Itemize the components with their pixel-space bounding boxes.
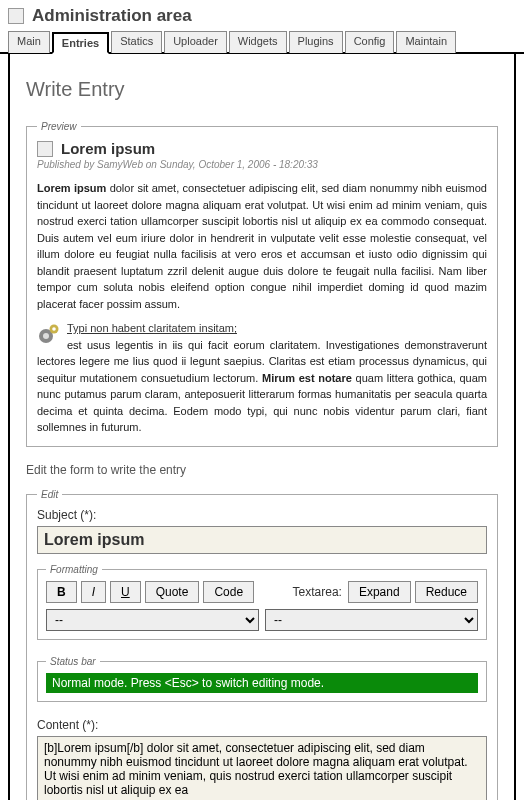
app-header: Administration area bbox=[0, 0, 524, 30]
subject-label: Subject (*): bbox=[37, 508, 487, 522]
preview-body: Lorem ipsum dolor sit amet, consectetuer… bbox=[37, 180, 487, 436]
tab-statics[interactable]: Statics bbox=[111, 31, 162, 53]
page-title: Write Entry bbox=[26, 78, 498, 101]
italic-button[interactable]: I bbox=[81, 581, 106, 603]
svg-point-3 bbox=[52, 327, 56, 331]
app-title: Administration area bbox=[32, 6, 192, 26]
content-label: Content (*): bbox=[37, 718, 487, 732]
preview-paragraph-2: Typi non habent claritatem insitam; est … bbox=[37, 320, 487, 436]
reduce-button[interactable]: Reduce bbox=[415, 581, 478, 603]
tab-config[interactable]: Config bbox=[345, 31, 395, 53]
preview-p2-link[interactable]: Typi non habent claritatem insitam; bbox=[67, 322, 237, 334]
format-select-1[interactable]: -- bbox=[46, 609, 259, 631]
preview-p1-lead: Lorem ipsum bbox=[37, 182, 106, 194]
content-panel: Write Entry Preview Lorem ipsum Publishe… bbox=[8, 54, 516, 800]
formatting-row: B I U Quote Code Textarea: Expand Reduce bbox=[46, 581, 478, 603]
bold-button[interactable]: B bbox=[46, 581, 77, 603]
preview-fieldset: Preview Lorem ipsum Published by SamyWeb… bbox=[26, 121, 498, 447]
edit-instruction: Edit the form to write the entry bbox=[26, 463, 498, 477]
tab-uploader[interactable]: Uploader bbox=[164, 31, 227, 53]
app-icon bbox=[8, 8, 24, 24]
tab-plugins[interactable]: Plugins bbox=[289, 31, 343, 53]
status-legend: Status bar bbox=[46, 656, 100, 667]
tab-maintain[interactable]: Maintain bbox=[396, 31, 456, 53]
tab-bar: Main Entries Statics Uploader Widgets Pl… bbox=[0, 30, 524, 54]
expand-button[interactable]: Expand bbox=[348, 581, 411, 603]
textarea-label: Textarea: bbox=[293, 585, 342, 599]
preview-title: Lorem ipsum bbox=[61, 140, 155, 157]
tab-main[interactable]: Main bbox=[8, 31, 50, 53]
subject-input[interactable] bbox=[37, 526, 487, 554]
preview-meta: Published by SamyWeb on Sunday, October … bbox=[37, 159, 487, 170]
quote-button[interactable]: Quote bbox=[145, 581, 200, 603]
preview-paragraph-1: Lorem ipsum dolor sit amet, consectetuer… bbox=[37, 180, 487, 312]
format-select-2[interactable]: -- bbox=[265, 609, 478, 631]
tab-widgets[interactable]: Widgets bbox=[229, 31, 287, 53]
preview-header: Lorem ipsum bbox=[37, 140, 487, 157]
edit-legend: Edit bbox=[37, 489, 62, 500]
formatting-legend: Formatting bbox=[46, 564, 102, 575]
gear-icon bbox=[37, 322, 61, 346]
content-textarea[interactable] bbox=[37, 736, 487, 801]
formatting-select-row: -- -- bbox=[46, 609, 478, 631]
preview-legend: Preview bbox=[37, 121, 81, 132]
code-button[interactable]: Code bbox=[203, 581, 254, 603]
preview-p1-text: dolor sit amet, consectetuer adipiscing … bbox=[37, 182, 487, 310]
preview-p2-bold: Mirum est notare bbox=[262, 372, 352, 384]
tab-entries[interactable]: Entries bbox=[52, 32, 109, 54]
status-bar: Normal mode. Press <Esc> to switch editi… bbox=[46, 673, 478, 693]
entry-icon bbox=[37, 141, 53, 157]
formatting-fieldset: Formatting B I U Quote Code Textarea: Ex… bbox=[37, 564, 487, 640]
status-fieldset: Status bar Normal mode. Press <Esc> to s… bbox=[37, 656, 487, 702]
svg-point-1 bbox=[43, 333, 49, 339]
edit-fieldset: Edit Subject (*): Formatting B I U Quote… bbox=[26, 489, 498, 801]
underline-button[interactable]: U bbox=[110, 581, 141, 603]
